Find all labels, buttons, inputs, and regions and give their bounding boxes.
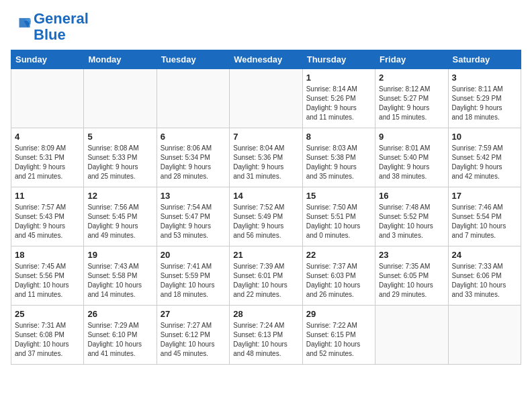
logo-icon [12, 15, 31, 34]
calendar-cell: 6Sunrise: 8:06 AM Sunset: 5:34 PM Daylig… [157, 128, 229, 187]
calendar-cell: 19Sunrise: 7:43 AM Sunset: 5:58 PM Dayli… [84, 246, 157, 306]
day-number: 9 [379, 132, 444, 142]
day-number: 17 [452, 191, 517, 201]
logo: General Blue [11, 11, 89, 43]
day-info: Sunrise: 7:31 AM Sunset: 6:08 PM Dayligh… [15, 321, 80, 359]
day-info: Sunrise: 8:12 AM Sunset: 5:27 PM Dayligh… [379, 85, 444, 122]
day-number: 26 [87, 309, 152, 319]
calendar-cell: 4Sunrise: 8:09 AM Sunset: 5:31 PM Daylig… [11, 128, 84, 187]
day-info: Sunrise: 7:22 AM Sunset: 6:15 PM Dayligh… [306, 321, 371, 359]
day-number: 28 [233, 309, 298, 319]
calendar-week-row: 1Sunrise: 8:14 AM Sunset: 5:26 PM Daylig… [11, 69, 521, 128]
weekday-header-thursday: Thursday [302, 50, 375, 69]
calendar-cell: 5Sunrise: 8:08 AM Sunset: 5:33 PM Daylig… [84, 128, 157, 187]
day-number: 20 [161, 250, 226, 260]
day-number: 19 [87, 250, 152, 260]
day-number: 27 [161, 309, 226, 319]
logo-text-blue: Blue [34, 27, 89, 43]
calendar-cell: 17Sunrise: 7:46 AM Sunset: 5:54 PM Dayli… [448, 187, 521, 246]
calendar-cell: 12Sunrise: 7:56 AM Sunset: 5:45 PM Dayli… [84, 187, 157, 246]
day-info: Sunrise: 7:45 AM Sunset: 5:56 PM Dayligh… [15, 262, 80, 300]
day-info: Sunrise: 7:56 AM Sunset: 5:45 PM Dayligh… [87, 203, 152, 240]
calendar-cell: 23Sunrise: 7:35 AM Sunset: 6:05 PM Dayli… [375, 246, 448, 306]
calendar-cell: 10Sunrise: 7:59 AM Sunset: 5:42 PM Dayli… [448, 128, 521, 187]
calendar-cell: 14Sunrise: 7:52 AM Sunset: 5:49 PM Dayli… [230, 187, 302, 246]
day-info: Sunrise: 8:11 AM Sunset: 5:29 PM Dayligh… [452, 85, 517, 122]
calendar-cell [157, 69, 229, 128]
day-info: Sunrise: 8:06 AM Sunset: 5:34 PM Dayligh… [161, 144, 226, 181]
calendar-cell [448, 306, 521, 365]
calendar-cell: 20Sunrise: 7:41 AM Sunset: 5:59 PM Dayli… [157, 246, 229, 306]
day-number: 16 [379, 191, 444, 201]
day-info: Sunrise: 7:59 AM Sunset: 5:42 PM Dayligh… [452, 144, 517, 181]
day-info: Sunrise: 7:52 AM Sunset: 5:49 PM Dayligh… [233, 203, 298, 240]
logo-text: General [34, 11, 89, 27]
calendar-cell: 27Sunrise: 7:27 AM Sunset: 6:12 PM Dayli… [157, 306, 229, 365]
day-info: Sunrise: 7:37 AM Sunset: 6:03 PM Dayligh… [306, 262, 371, 300]
day-number: 6 [161, 132, 226, 142]
calendar-table: SundayMondayTuesdayWednesdayThursdayFrid… [11, 50, 521, 365]
calendar-cell: 16Sunrise: 7:48 AM Sunset: 5:52 PM Dayli… [375, 187, 448, 246]
weekday-header-friday: Friday [375, 50, 448, 69]
day-number: 23 [379, 250, 444, 260]
calendar-cell: 7Sunrise: 8:04 AM Sunset: 5:36 PM Daylig… [230, 128, 302, 187]
day-number: 29 [306, 309, 371, 319]
calendar-cell: 1Sunrise: 8:14 AM Sunset: 5:26 PM Daylig… [302, 69, 375, 128]
day-info: Sunrise: 7:27 AM Sunset: 6:12 PM Dayligh… [161, 321, 226, 359]
day-info: Sunrise: 8:01 AM Sunset: 5:40 PM Dayligh… [379, 144, 444, 181]
day-number: 15 [306, 191, 371, 201]
calendar-cell: 24Sunrise: 7:33 AM Sunset: 6:06 PM Dayli… [448, 246, 521, 306]
day-number: 4 [15, 132, 80, 142]
day-number: 13 [161, 191, 226, 201]
page-header: General Blue [11, 11, 521, 43]
day-number: 10 [452, 132, 517, 142]
day-number: 21 [233, 250, 298, 260]
weekday-header-sunday: Sunday [11, 50, 84, 69]
day-info: Sunrise: 7:24 AM Sunset: 6:13 PM Dayligh… [233, 321, 298, 359]
day-number: 3 [452, 73, 517, 83]
calendar-cell: 15Sunrise: 7:50 AM Sunset: 5:51 PM Dayli… [302, 187, 375, 246]
calendar-cell: 18Sunrise: 7:45 AM Sunset: 5:56 PM Dayli… [11, 246, 84, 306]
day-number: 22 [306, 250, 371, 260]
day-info: Sunrise: 7:39 AM Sunset: 6:01 PM Dayligh… [233, 262, 298, 300]
calendar-cell [375, 306, 448, 365]
calendar-cell: 28Sunrise: 7:24 AM Sunset: 6:13 PM Dayli… [230, 306, 302, 365]
day-info: Sunrise: 7:48 AM Sunset: 5:52 PM Dayligh… [379, 203, 444, 240]
calendar-week-row: 11Sunrise: 7:57 AM Sunset: 5:43 PM Dayli… [11, 187, 521, 246]
weekday-header-saturday: Saturday [448, 50, 521, 69]
calendar-week-row: 4Sunrise: 8:09 AM Sunset: 5:31 PM Daylig… [11, 128, 521, 187]
day-info: Sunrise: 8:08 AM Sunset: 5:33 PM Dayligh… [87, 144, 152, 181]
day-info: Sunrise: 7:46 AM Sunset: 5:54 PM Dayligh… [452, 203, 517, 240]
calendar-cell: 22Sunrise: 7:37 AM Sunset: 6:03 PM Dayli… [302, 246, 375, 306]
calendar-cell [11, 69, 84, 128]
calendar-cell: 25Sunrise: 7:31 AM Sunset: 6:08 PM Dayli… [11, 306, 84, 365]
day-number: 11 [15, 191, 80, 201]
weekday-header-tuesday: Tuesday [157, 50, 229, 69]
day-info: Sunrise: 7:54 AM Sunset: 5:47 PM Dayligh… [161, 203, 226, 240]
calendar-cell: 21Sunrise: 7:39 AM Sunset: 6:01 PM Dayli… [230, 246, 302, 306]
day-info: Sunrise: 7:41 AM Sunset: 5:59 PM Dayligh… [161, 262, 226, 300]
day-info: Sunrise: 8:14 AM Sunset: 5:26 PM Dayligh… [306, 85, 371, 122]
calendar-cell: 2Sunrise: 8:12 AM Sunset: 5:27 PM Daylig… [375, 69, 448, 128]
day-number: 7 [233, 132, 298, 142]
day-info: Sunrise: 7:29 AM Sunset: 6:10 PM Dayligh… [87, 321, 152, 359]
calendar-cell: 26Sunrise: 7:29 AM Sunset: 6:10 PM Dayli… [84, 306, 157, 365]
calendar-header-row: SundayMondayTuesdayWednesdayThursdayFrid… [11, 50, 521, 69]
calendar-week-row: 18Sunrise: 7:45 AM Sunset: 5:56 PM Dayli… [11, 246, 521, 306]
day-info: Sunrise: 8:09 AM Sunset: 5:31 PM Dayligh… [15, 144, 80, 181]
day-info: Sunrise: 7:57 AM Sunset: 5:43 PM Dayligh… [15, 203, 80, 240]
calendar-cell: 13Sunrise: 7:54 AM Sunset: 5:47 PM Dayli… [157, 187, 229, 246]
day-number: 24 [452, 250, 517, 260]
calendar-cell: 8Sunrise: 8:03 AM Sunset: 5:38 PM Daylig… [302, 128, 375, 187]
calendar-cell [84, 69, 157, 128]
day-info: Sunrise: 8:03 AM Sunset: 5:38 PM Dayligh… [306, 144, 371, 181]
day-info: Sunrise: 7:50 AM Sunset: 5:51 PM Dayligh… [306, 203, 371, 240]
day-number: 5 [87, 132, 152, 142]
day-info: Sunrise: 7:43 AM Sunset: 5:58 PM Dayligh… [87, 262, 152, 300]
weekday-header-monday: Monday [84, 50, 157, 69]
day-number: 1 [306, 73, 371, 83]
calendar-cell [230, 69, 302, 128]
calendar-cell: 11Sunrise: 7:57 AM Sunset: 5:43 PM Dayli… [11, 187, 84, 246]
day-info: Sunrise: 7:33 AM Sunset: 6:06 PM Dayligh… [452, 262, 517, 300]
weekday-header-wednesday: Wednesday [230, 50, 302, 69]
